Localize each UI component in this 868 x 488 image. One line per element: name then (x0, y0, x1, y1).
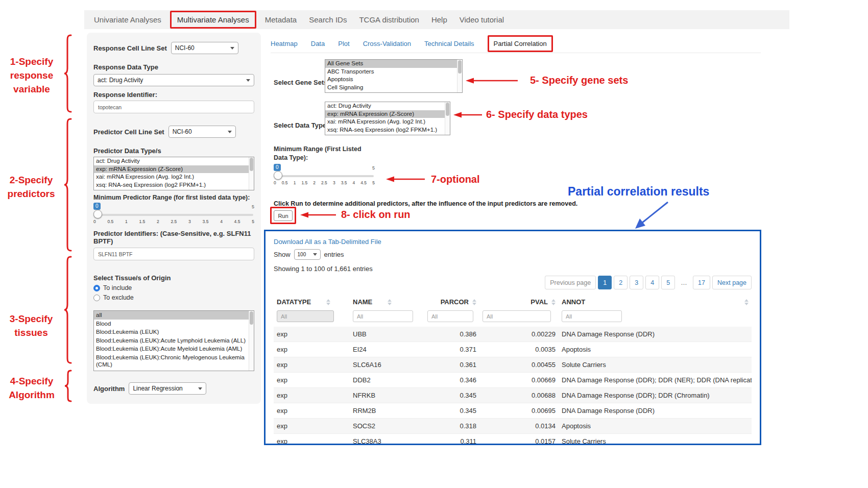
cell-parcor: 0.318 (424, 419, 479, 434)
filter-pval-input[interactable] (483, 310, 551, 322)
nav-multivariate-analyses[interactable]: Multivariate Analyses (174, 13, 253, 26)
table-row[interactable]: exp SLC38A3 0.311 0.0157 Solute Carriers (274, 434, 752, 446)
algorithm-select[interactable]: Linear Regression (129, 382, 206, 395)
filter-parcor-input[interactable] (427, 310, 473, 322)
option[interactable]: xai: mRNA Expression (Avg. log2 Int.) (94, 173, 254, 181)
sort-icon[interactable] (472, 299, 476, 305)
table-row[interactable]: exp EI24 0.371 0.0035 Apoptosis (274, 342, 752, 357)
nav-help[interactable]: Help (428, 13, 451, 26)
sort-icon[interactable] (326, 299, 330, 305)
slider-track[interactable] (94, 214, 253, 216)
filter-name-input[interactable] (353, 310, 413, 322)
slider-track[interactable] (275, 175, 374, 177)
scrollbar[interactable] (445, 102, 450, 135)
nav-tcga-distribution[interactable]: TCGA distribution (355, 13, 423, 26)
scrollbar[interactable] (457, 60, 462, 92)
page-button-4[interactable]: 4 (645, 276, 659, 289)
option[interactable]: Blood (94, 320, 254, 328)
option[interactable]: xsq: RNA-seq Expression (log2 FPKM+1.) (325, 126, 450, 134)
option[interactable]: Blood:Leukemia (LEUK):Acute Lymphoid Leu… (94, 336, 254, 345)
table-row[interactable]: exp RRM2B 0.345 0.00695 DNA Damage Respo… (274, 403, 752, 419)
tab-heatmap[interactable]: Heatmap (271, 40, 298, 47)
nav-search-ids[interactable]: Search IDs (305, 13, 350, 26)
tab-plot[interactable]: Plot (338, 40, 349, 47)
tick-label: 4.5 (234, 219, 240, 224)
page-button-2[interactable]: 2 (614, 276, 628, 289)
column-header-datatype[interactable]: DATATYPE (277, 298, 311, 306)
response-data-type-select[interactable]: act: Drug Activity (93, 74, 254, 86)
tab-data[interactable]: Data (311, 40, 325, 47)
entries-per-page-value: 100 (298, 252, 306, 257)
tab-technical-details[interactable]: Technical Details (424, 40, 474, 47)
tick-label: 2.5 (321, 180, 327, 185)
option[interactable]: xsq: RNA-seq Expression (log2 FPKM+1.) (94, 181, 254, 189)
option[interactable]: Apoptosis (325, 76, 462, 84)
table-row[interactable]: exp NFRKB 0.345 0.00688 DNA Damage Respo… (274, 388, 752, 403)
table-row[interactable]: exp SLC6A16 0.361 0.00455 Solute Carrier… (274, 357, 752, 373)
scrollbar-thumb[interactable] (250, 158, 253, 171)
option-selected[interactable]: all (94, 311, 254, 320)
data-types-listbox: act: Drug Activity exp: mRNA Expression … (325, 102, 450, 135)
scrollbar-thumb[interactable] (458, 60, 462, 74)
sort-icon[interactable] (388, 299, 392, 305)
table-row[interactable]: exp UBB 0.386 0.00229 DNA Damage Respons… (274, 327, 752, 342)
page-button-1[interactable]: 1 (598, 276, 612, 289)
entries-per-page-select[interactable]: 100 (294, 249, 321, 260)
sort-icon[interactable] (551, 299, 556, 305)
radio-to-include[interactable]: To include (93, 284, 254, 291)
tissue-origin-label: Select Tissue/s of Origin (93, 274, 254, 282)
tick-label: 1 (294, 180, 296, 185)
response-identifier-input[interactable] (93, 101, 254, 113)
predictor-cell-line-set-select[interactable]: NCI-60 (168, 126, 236, 138)
option[interactable]: Blood:Leukemia (LEUK):Acute Myeloid Leuk… (94, 345, 254, 353)
table-row[interactable]: exp DDB2 0.346 0.00669 DNA Damage Respon… (274, 373, 752, 388)
column-header-annot[interactable]: ANNOT (562, 298, 585, 306)
column-header-name[interactable]: NAME (353, 298, 372, 306)
option[interactable]: act: Drug Activity (325, 102, 450, 110)
filter-datatype-input[interactable] (277, 310, 334, 322)
option[interactable]: Cell Signaling (325, 84, 462, 92)
slider-handle[interactable] (93, 210, 102, 218)
scrollbar-thumb[interactable] (446, 103, 449, 116)
min-predictor-range-label: Minimum Predictor Range (for first liste… (93, 194, 254, 201)
radio-to-exclude[interactable]: To exclude (93, 294, 254, 301)
option[interactable]: ABC Transporters (325, 68, 462, 76)
cell-annot: Apoptosis (559, 419, 752, 434)
sort-icon[interactable] (744, 299, 749, 305)
tick-label: 4 (220, 219, 223, 224)
scrollbar[interactable] (249, 311, 254, 371)
slider-handle[interactable] (274, 171, 282, 180)
scrollbar[interactable] (249, 157, 254, 190)
filter-annot-input[interactable] (562, 310, 622, 322)
option[interactable]: act: Drug Activity (94, 157, 254, 165)
tick-label: 0 (274, 180, 276, 185)
tab-cross-validation[interactable]: Cross-Validation (363, 40, 411, 47)
column-header-parcor[interactable]: PARCOR (441, 298, 469, 306)
column-header-pval[interactable]: PVAL (531, 298, 548, 306)
run-button[interactable]: Run (274, 210, 293, 221)
nav-video-tutorial[interactable]: Video tutorial (456, 13, 508, 26)
option-selected[interactable]: exp: mRNA Expression (Z-Score) (325, 110, 450, 118)
nav-metadata[interactable]: Metadata (261, 13, 301, 26)
page-button-5[interactable]: 5 (661, 276, 675, 289)
previous-page-button[interactable]: Previous page (545, 276, 596, 289)
tab-partial-correlation[interactable]: Partial Correlation (494, 40, 547, 47)
annotation-step4: 4-Specify Algorithm (1, 375, 62, 402)
predictor-identifiers-input[interactable] (93, 248, 254, 260)
option-selected[interactable]: All Gene Sets (325, 60, 462, 68)
option[interactable]: Blood:Leukemia (LEUK) (94, 328, 254, 336)
next-page-button[interactable]: Next page (712, 276, 752, 289)
table-row[interactable]: exp SOCS2 0.318 0.0134 Apoptosis (274, 419, 752, 434)
select-data-types-label: Select Data Types (274, 121, 330, 129)
page-button-17[interactable]: 17 (693, 276, 710, 289)
page-button-3[interactable]: 3 (630, 276, 643, 289)
option-selected[interactable]: exp: mRNA Expression (Z-Score) (94, 165, 254, 174)
download-link[interactable]: Download All as a Tab-Delimited File (274, 238, 381, 246)
response-cell-line-set-select[interactable]: NCI-60 (171, 42, 238, 54)
cell-pval: 0.00455 (479, 357, 559, 373)
scrollbar-thumb[interactable] (250, 311, 253, 325)
option[interactable]: Blood:Leukemia (LEUK):Chronic Myelogenou… (94, 353, 254, 369)
nav-univariate-analyses[interactable]: Univariate Analyses (90, 13, 165, 26)
option[interactable]: xai: mRNA Expression (Avg. log2 Int.) (325, 118, 450, 126)
select-gene-sets-label: Select Gene Sets (274, 79, 328, 86)
